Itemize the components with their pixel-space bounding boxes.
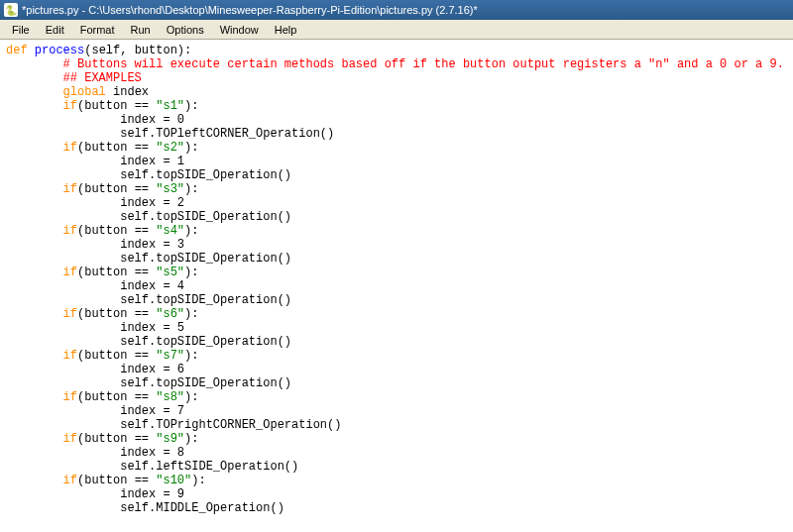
menu-options[interactable]: Options — [159, 22, 212, 38]
menu-window[interactable]: Window — [212, 22, 267, 38]
menu-help[interactable]: Help — [267, 22, 305, 38]
menu-edit[interactable]: Edit — [38, 22, 72, 38]
menu-file[interactable]: File — [4, 22, 38, 38]
window-title: *pictures.py - C:\Users\rhond\Desktop\Mi… — [22, 4, 478, 16]
code-editor[interactable]: def process(self, button): # Buttons wil… — [0, 40, 793, 532]
menu-format[interactable]: Format — [72, 22, 123, 38]
menu-run[interactable]: Run — [123, 22, 159, 38]
python-icon: 🐍 — [4, 3, 18, 17]
window-titlebar: 🐍 *pictures.py - C:\Users\rhond\Desktop\… — [0, 0, 793, 20]
menubar: File Edit Format Run Options Window Help — [0, 20, 793, 40]
